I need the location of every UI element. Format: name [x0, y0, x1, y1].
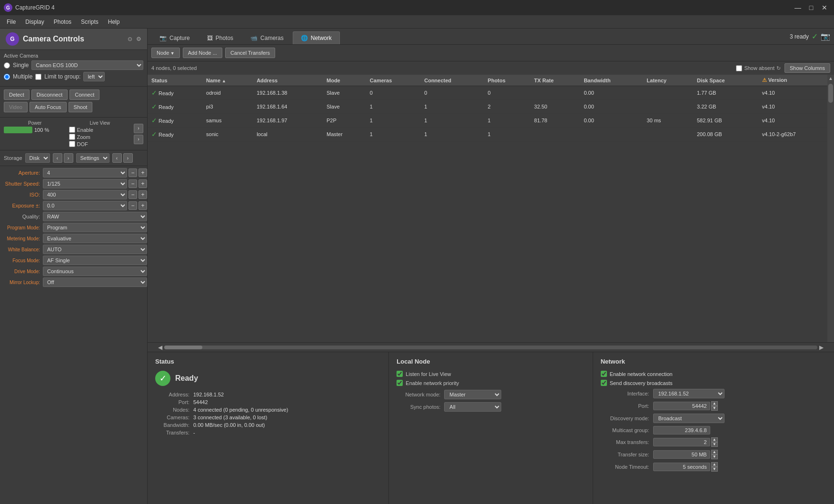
cancel-transfers-button[interactable]: Cancel Transfers: [225, 48, 275, 58]
hscroll-thumb[interactable]: [164, 346, 202, 349]
tab-network[interactable]: 🌐 Network: [293, 31, 340, 44]
port-up[interactable]: ▲: [711, 401, 718, 406]
limit-group-checkbox[interactable]: [35, 74, 41, 80]
col-version[interactable]: ⚠ Version: [758, 75, 834, 86]
vertical-scrollbar[interactable]: ▲: [827, 75, 834, 342]
tab-photos[interactable]: 🖼 Photos: [199, 31, 241, 44]
autofocus-button[interactable]: Auto Focus: [30, 102, 67, 112]
minimize-button[interactable]: —: [792, 3, 804, 12]
single-radio[interactable]: [4, 62, 10, 69]
interface-select[interactable]: 192.168.1.52: [653, 389, 725, 398]
settings-icon[interactable]: ⊙: [128, 36, 132, 42]
send-discovery-checkbox[interactable]: [601, 380, 607, 386]
menu-file[interactable]: File: [2, 17, 20, 27]
aperture-select[interactable]: 4: [43, 168, 127, 178]
enable-net-conn-checkbox[interactable]: [601, 371, 607, 377]
iso-dec[interactable]: −: [129, 190, 137, 199]
col-connected[interactable]: Connected: [420, 75, 484, 86]
node-timeout-input[interactable]: [653, 463, 710, 471]
hscroll-left-arrow[interactable]: ◀: [156, 344, 164, 351]
exposure-select[interactable]: 0.0: [43, 201, 127, 210]
shoot-button[interactable]: Shoot: [69, 102, 93, 112]
col-bandwidth[interactable]: Bandwidth: [580, 75, 643, 86]
col-mode[interactable]: Mode: [323, 75, 366, 86]
zoom-lv-checkbox[interactable]: [69, 134, 75, 140]
shutter-select[interactable]: 1/125: [43, 179, 127, 188]
enable-net-priority-checkbox[interactable]: [397, 380, 403, 386]
scroll-thumb[interactable]: [828, 84, 833, 103]
nav-right-1[interactable]: ›: [134, 124, 143, 133]
table-row[interactable]: ✓ Ready samus 192.168.1.97 P2P 1 1 1 81.…: [148, 114, 834, 128]
max-t-up[interactable]: ▲: [711, 437, 718, 442]
add-node-button[interactable]: Add Node ...: [183, 48, 222, 58]
connect-button[interactable]: Connect: [70, 89, 99, 100]
table-row[interactable]: ✓ Ready sonic local Master 1 1 1 200.08 …: [148, 128, 834, 141]
nav-right-2[interactable]: ›: [134, 135, 143, 144]
menu-help[interactable]: Help: [103, 17, 125, 27]
nodes-table-container[interactable]: Status Name ▲ Address Mode Cameras Conne…: [148, 75, 834, 342]
col-address[interactable]: Address: [253, 75, 323, 86]
video-button[interactable]: Video: [4, 102, 28, 112]
metering-select[interactable]: Evaluative: [43, 234, 147, 243]
multicast-input[interactable]: [653, 426, 710, 435]
menu-photos[interactable]: Photos: [49, 17, 76, 27]
node-button[interactable]: Node: [151, 48, 180, 58]
max-transfers-input[interactable]: [653, 438, 710, 446]
enable-lv-checkbox[interactable]: [69, 127, 75, 133]
shutter-inc[interactable]: +: [139, 179, 147, 188]
ts-down[interactable]: ▼: [711, 455, 718, 459]
storage-right[interactable]: ›: [64, 153, 73, 163]
settings-right[interactable]: ›: [123, 153, 133, 163]
disconnect-button[interactable]: Disconnect: [31, 89, 68, 100]
show-columns-button[interactable]: Show Columns: [784, 63, 830, 73]
program-select[interactable]: Program: [43, 223, 147, 232]
exposure-inc[interactable]: +: [139, 201, 147, 210]
options-icon[interactable]: ⚙: [136, 36, 141, 42]
network-mode-select[interactable]: Master: [444, 390, 501, 399]
settings-left[interactable]: ‹: [112, 153, 122, 163]
limit-group-select[interactable]: left: [83, 72, 105, 81]
aperture-inc[interactable]: +: [139, 168, 147, 177]
sync-photos-select[interactable]: All: [444, 402, 501, 412]
refresh-icon[interactable]: ↻: [776, 65, 781, 71]
focus-select[interactable]: AF Single: [43, 256, 147, 265]
maximize-button[interactable]: □: [805, 3, 817, 12]
scroll-up-arrow[interactable]: ▲: [827, 75, 834, 82]
storage-left[interactable]: ‹: [53, 153, 62, 163]
nt-up[interactable]: ▲: [711, 462, 718, 467]
close-button[interactable]: ✕: [819, 3, 830, 12]
col-name[interactable]: Name ▲: [202, 75, 253, 86]
listen-lv-checkbox[interactable]: [397, 371, 403, 377]
col-cameras[interactable]: Cameras: [366, 75, 420, 86]
dof-lv-checkbox[interactable]: [69, 141, 75, 147]
iso-inc[interactable]: +: [139, 190, 147, 199]
col-status[interactable]: Status: [148, 75, 202, 86]
disk-select[interactable]: Disk: [25, 153, 50, 163]
settings-select[interactable]: Settings: [76, 153, 109, 163]
tab-capture[interactable]: 📷 Capture: [151, 31, 198, 44]
table-row[interactable]: ✓ Ready odroid 192.168.1.38 Slave 0 0 0 …: [148, 86, 834, 100]
port-down[interactable]: ▼: [711, 406, 718, 411]
menu-display[interactable]: Display: [20, 17, 49, 27]
ts-up[interactable]: ▲: [711, 450, 718, 455]
max-t-down[interactable]: ▼: [711, 442, 718, 447]
nt-down[interactable]: ▼: [711, 467, 718, 472]
aperture-dec[interactable]: −: [129, 168, 137, 177]
col-txrate[interactable]: TX Rate: [530, 75, 580, 86]
multiple-radio[interactable]: [4, 74, 10, 80]
detect-button[interactable]: Detect: [4, 89, 30, 100]
show-absent-checkbox[interactable]: [736, 65, 742, 71]
col-photos[interactable]: Photos: [484, 75, 531, 86]
quality-select[interactable]: RAW: [43, 212, 147, 221]
exposure-dec[interactable]: −: [129, 201, 137, 210]
transfer-size-input[interactable]: [653, 450, 710, 459]
iso-select[interactable]: 400: [43, 190, 127, 199]
discovery-select[interactable]: Broadcast: [653, 414, 725, 423]
menu-scripts[interactable]: Scripts: [76, 17, 103, 27]
drive-select[interactable]: Continuous: [43, 267, 147, 276]
wb-select[interactable]: AUTO: [43, 245, 147, 254]
mirror-select[interactable]: Off: [43, 277, 147, 287]
hscroll-right-arrow[interactable]: ▶: [817, 344, 825, 351]
table-row[interactable]: ✓ Ready pi3 192.168.1.64 Slave 1 1 2 32.…: [148, 100, 834, 114]
shutter-dec[interactable]: −: [129, 179, 137, 188]
